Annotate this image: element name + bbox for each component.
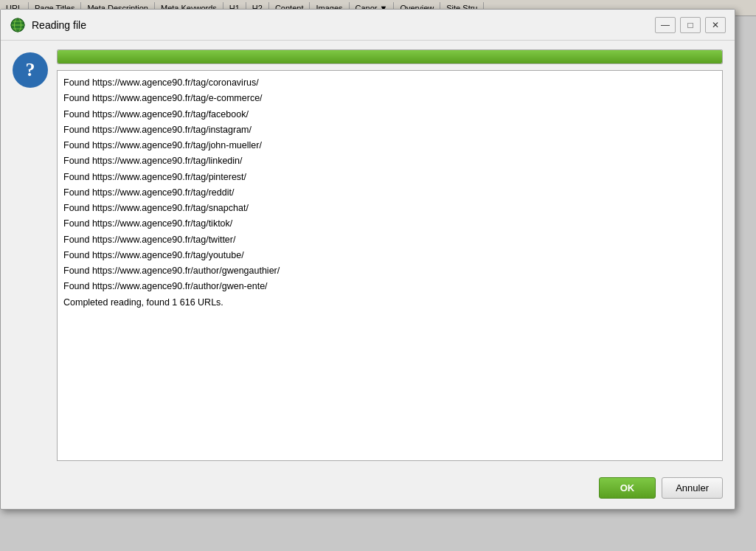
dialog-footer: OK Annuler bbox=[1, 470, 735, 509]
maximize-button[interactable]: □ bbox=[680, 17, 701, 33]
log-line: Found https://www.agence90.fr/tag/pinter… bbox=[63, 170, 716, 185]
log-line: Completed reading, found 1 616 URLs. bbox=[63, 295, 716, 311]
log-line: Found https://www.agence90.fr/author/gwe… bbox=[63, 279, 716, 294]
log-line: Found https://www.agence90.fr/tag/twitte… bbox=[63, 232, 716, 248]
log-area[interactable]: Found https://www.agence90.fr/tag/corona… bbox=[57, 70, 723, 461]
reading-file-dialog: Reading file — □ ✕ ? Found https://www.a… bbox=[0, 9, 735, 510]
progress-bar-fill bbox=[58, 50, 722, 63]
log-line: Found https://www.agence90.fr/tag/youtub… bbox=[63, 248, 716, 263]
cancel-button[interactable]: Annuler bbox=[662, 477, 723, 499]
close-button[interactable]: ✕ bbox=[705, 17, 726, 33]
log-line: Found https://www.agence90.fr/tag/john-m… bbox=[63, 138, 716, 153]
dialog-body: ? Found https://www.agence90.fr/tag/coro… bbox=[1, 41, 735, 470]
question-icon: ? bbox=[13, 52, 48, 88]
log-line: Found https://www.agence90.fr/tag/facebo… bbox=[63, 107, 716, 122]
globe-icon bbox=[10, 17, 26, 33]
title-left-section: Reading file bbox=[10, 17, 86, 33]
log-line: Found https://www.agence90.fr/tag/snapch… bbox=[63, 201, 716, 216]
log-line: Found https://www.agence90.fr/tag/e-comm… bbox=[63, 91, 716, 106]
log-line: Found https://www.agence90.fr/tag/instag… bbox=[63, 122, 716, 138]
log-line: Found https://www.agence90.fr/tag/reddit… bbox=[63, 185, 716, 201]
ok-button[interactable]: OK bbox=[599, 477, 656, 499]
minimize-button[interactable]: — bbox=[655, 17, 676, 33]
progress-bar-container bbox=[57, 49, 723, 64]
log-line: Found https://www.agence90.fr/tag/corona… bbox=[63, 75, 716, 91]
dialog-title-bar: Reading file — □ ✕ bbox=[1, 10, 735, 41]
log-line: Found https://www.agence90.fr/author/gwe… bbox=[63, 263, 716, 279]
log-line: Found https://www.agence90.fr/tag/tiktok… bbox=[63, 216, 716, 232]
dialog-title: Reading file bbox=[32, 19, 86, 31]
dialog-content-area: Found https://www.agence90.fr/tag/corona… bbox=[57, 49, 723, 461]
window-controls: — □ ✕ bbox=[655, 17, 726, 33]
log-line: Found https://www.agence90.fr/tag/linked… bbox=[63, 153, 716, 169]
